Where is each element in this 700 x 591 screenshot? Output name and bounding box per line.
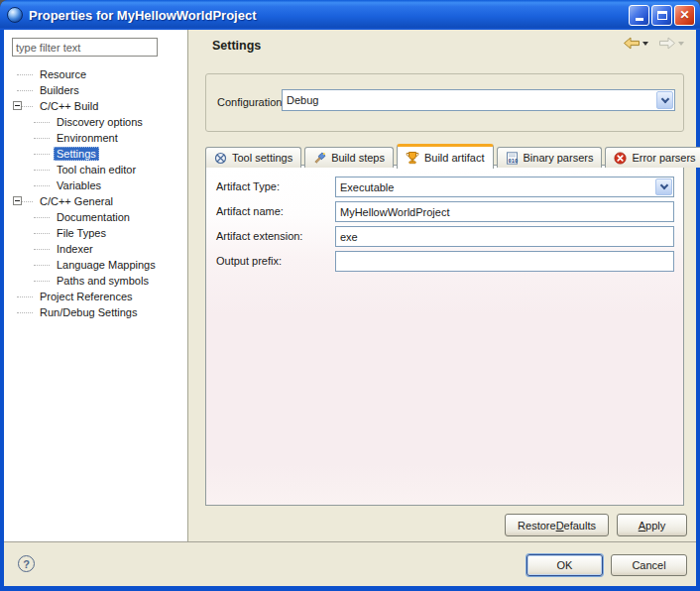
- forward-dropdown-icon: [678, 42, 684, 46]
- configuration-group: Configuration: Debug: [205, 73, 684, 132]
- tree-item-resource[interactable]: Resource: [4, 66, 186, 82]
- configuration-label: Configuration:: [217, 96, 286, 108]
- tree-item-variables[interactable]: Variables: [4, 177, 186, 193]
- tree-collapse-icon[interactable]: [13, 196, 22, 205]
- tree-item-discovery-options[interactable]: Discovery options: [4, 114, 186, 130]
- restore-defaults-button[interactable]: Restore Defaults: [505, 514, 609, 536]
- artifact-type-dropdown-button[interactable]: [655, 178, 672, 195]
- help-icon: ?: [23, 558, 30, 570]
- configuration-dropdown-button[interactable]: [656, 91, 673, 109]
- tree-item-environment[interactable]: Environment: [4, 130, 186, 146]
- artifact-type-label: Artifact Type:: [216, 180, 280, 192]
- tree-item-run-debug-settings[interactable]: Run/Debug Settings: [4, 304, 186, 320]
- title-bar: Properties for MyHellowWorldProject ✕: [0, 0, 700, 30]
- window-title: Properties for MyHellowWorldProject: [29, 8, 629, 23]
- history-nav: [623, 37, 684, 50]
- back-button[interactable]: [623, 37, 648, 50]
- tree-item-builders[interactable]: Builders: [4, 82, 186, 98]
- configuration-select[interactable]: Debug: [282, 89, 675, 111]
- tree-item-project-references[interactable]: Project References: [4, 289, 186, 304]
- minimize-button[interactable]: [629, 5, 649, 26]
- tree-item-language-mappings[interactable]: Language Mappings: [4, 257, 186, 273]
- tree-item-cpp-general[interactable]: C/C++ General: [4, 193, 186, 209]
- tree-item-tool-chain-editor[interactable]: Tool chain editor: [4, 162, 186, 177]
- configuration-value: Debug: [287, 94, 318, 106]
- forward-arrow-icon: [658, 37, 676, 50]
- maximize-icon: [657, 11, 667, 20]
- panel-buttons: Restore Defaults Apply: [505, 514, 687, 536]
- apply-button[interactable]: Apply: [617, 514, 687, 536]
- artifact-extension-field-wrap: [335, 226, 674, 247]
- maximize-button[interactable]: [651, 5, 672, 26]
- dialog-buttons: OK Cancel: [526, 554, 687, 576]
- cancel-button[interactable]: Cancel: [611, 554, 687, 576]
- help-button[interactable]: ?: [18, 555, 35, 572]
- properties-tree: Resource Builders C/C++ Build Discovery …: [4, 66, 186, 320]
- wrench-icon: [214, 152, 227, 165]
- trophy-icon: [406, 151, 419, 165]
- properties-dialog-window: Properties for MyHellowWorldProject ✕ Re…: [0, 0, 700, 591]
- artifact-type-select[interactable]: Executable: [335, 177, 674, 197]
- hammer-icon: [313, 152, 326, 165]
- bottom-bar: ? OK Cancel: [4, 541, 696, 586]
- artifact-name-row: Artifact name:: [216, 201, 674, 223]
- back-dropdown-icon: [642, 42, 648, 46]
- sidebar: Resource Builders C/C++ Build Discovery …: [4, 30, 188, 541]
- ok-button[interactable]: OK: [526, 554, 603, 576]
- app-icon: [7, 7, 23, 23]
- tree-item-file-types[interactable]: File Types: [4, 225, 186, 241]
- filter-input[interactable]: [12, 38, 158, 57]
- chevron-down-icon: [660, 94, 668, 102]
- artifact-name-field-wrap: [335, 201, 674, 222]
- minimize-icon: [636, 18, 643, 21]
- tab-binary-parsers[interactable]: 010 Binary parsers: [497, 147, 603, 168]
- tree-item-paths-and-symbols[interactable]: Paths and symbols: [4, 273, 186, 289]
- dialog-body: Resource Builders C/C++ Build Discovery …: [4, 30, 696, 586]
- tree-item-documentation[interactable]: Documentation: [4, 209, 186, 225]
- error-icon: [614, 152, 627, 165]
- output-prefix-field-wrap: [335, 251, 674, 272]
- tab-build-artifact[interactable]: Build artifact: [397, 144, 494, 169]
- artifact-extension-row: Artifact extension:: [216, 226, 674, 248]
- tab-tool-settings[interactable]: Tool settings: [205, 147, 301, 168]
- artifact-name-input[interactable]: [335, 201, 674, 222]
- build-artifact-panel: Artifact Type: Executable Artifact name:: [205, 165, 684, 506]
- tree-item-settings[interactable]: Settings: [4, 146, 186, 162]
- output-prefix-input[interactable]: [335, 251, 674, 272]
- output-prefix-label: Output prefix:: [216, 255, 282, 267]
- svg-text:010: 010: [508, 157, 518, 163]
- settings-tabs: Tool settings Build steps: [205, 144, 700, 168]
- back-arrow-icon: [623, 37, 641, 50]
- output-prefix-row: Output prefix:: [216, 251, 674, 273]
- artifact-type-row: Artifact Type: Executable: [216, 177, 674, 198]
- tab-error-parsers[interactable]: Error parsers: [605, 147, 700, 168]
- tree-collapse-icon[interactable]: [13, 101, 22, 110]
- settings-panel: Settings Configuration:: [189, 30, 696, 541]
- window-controls: ✕: [629, 5, 695, 26]
- artifact-extension-input[interactable]: [335, 226, 674, 247]
- artifact-name-label: Artifact name:: [216, 205, 284, 217]
- artifact-extension-label: Artifact extension:: [216, 230, 302, 242]
- page-title: Settings: [212, 39, 261, 53]
- artifact-type-value: Executable: [340, 181, 394, 193]
- chevron-down-icon: [659, 181, 667, 189]
- tab-build-steps[interactable]: Build steps: [304, 147, 394, 168]
- tree-item-cpp-build[interactable]: C/C++ Build: [4, 98, 186, 114]
- forward-button[interactable]: [658, 37, 684, 50]
- tree-item-indexer[interactable]: Indexer: [4, 241, 186, 257]
- close-button[interactable]: ✕: [674, 5, 695, 26]
- close-icon: ✕: [679, 9, 689, 21]
- binary-icon: 010: [506, 152, 519, 165]
